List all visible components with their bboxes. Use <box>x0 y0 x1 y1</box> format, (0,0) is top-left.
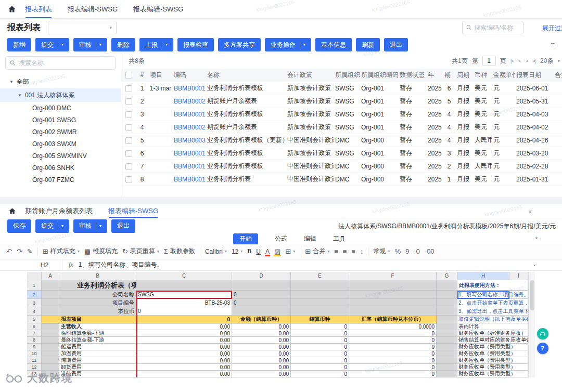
help-cell[interactable]: 表内计算 <box>457 323 528 330</box>
cell-code-link[interactable]: BBMB0001 <box>172 173 206 186</box>
row-checkbox[interactable] <box>125 85 132 92</box>
cell-reference-box[interactable]: H2 <box>27 259 62 270</box>
cell[interactable]: 0 <box>136 316 232 323</box>
column-header-selected[interactable]: H <box>457 272 509 280</box>
vertical-align-icon[interactable]: ↕ <box>360 247 364 255</box>
first-page-icon[interactable]: |< <box>510 58 514 64</box>
percent-style-icon[interactable]: % <box>394 247 401 255</box>
rate-cell[interactable]: 0 <box>349 357 437 364</box>
bold-icon[interactable]: B <box>247 247 251 255</box>
help-cell[interactable]: 财务应收单（费用类型） <box>457 357 528 364</box>
search-input[interactable] <box>474 24 519 31</box>
settle-currency-cell[interactable]: 0 <box>291 350 349 357</box>
audit-button[interactable]: 审核▾ <box>73 219 107 233</box>
table-row[interactable]: 3 BBMB0001 业务利润分析表模板 新加坡会计政策 SWSG Org-00… <box>121 108 562 121</box>
chevron-down-icon[interactable]: ▾ <box>61 224 63 228</box>
number-format-select[interactable]: 常规▾ <box>373 247 390 256</box>
tree-node-org-6[interactable]: Org-007 FZMC <box>0 174 121 186</box>
table-row[interactable]: 5 BBMB0003 业务利润分析表模板（更新） 中国准则会计政策 DMC Or… <box>121 134 562 147</box>
delete-button[interactable]: 删除 <box>111 38 135 51</box>
home-icon[interactable] <box>6 205 18 217</box>
help-cell[interactable]: 2、点击开始菜单下表页重算，等待完 <box>457 299 528 307</box>
refresh-button[interactable]: 刷新 <box>356 38 380 51</box>
table-row[interactable]: 8 BBMB0001 业务利润分析表 中国准则会计政策 DMC Org-000 … <box>121 173 562 186</box>
font-size-select[interactable]: 12▾ <box>232 248 242 255</box>
chevron-down-icon[interactable]: ▾ <box>99 43 101 47</box>
save-button[interactable]: 保存 <box>7 219 31 233</box>
table-row[interactable]: 7 BBMB0001 业务利润分析表模板 中国准则会计政策 DMC Org-00… <box>121 160 562 173</box>
last-page-icon[interactable]: >| <box>532 58 536 64</box>
tree-node-org-1[interactable]: Org-001 SWSG <box>0 114 121 126</box>
exit-button[interactable]: 退出 <box>111 219 135 233</box>
base-currency-value-cell[interactable]: 0 <box>136 307 232 316</box>
cell-code-link[interactable]: BBMB0001 <box>172 160 206 173</box>
amount-cell[interactable]: 0.00 <box>232 323 291 330</box>
undo-icon[interactable]: ↶ <box>6 247 12 255</box>
align-right-icon[interactable]: ≡ <box>351 247 355 255</box>
page-size-select[interactable]: 20条 <box>540 57 553 66</box>
row-checkbox[interactable] <box>125 150 132 157</box>
amount-cell[interactable]: 0.00 <box>232 344 291 350</box>
item-cell[interactable]: 临时结算金额-下游 <box>59 330 136 337</box>
tree-node-org-3[interactable]: Org-003 SWXM <box>0 138 121 150</box>
row-header[interactable]: 12 <box>27 364 42 371</box>
settle-currency-cell[interactable]: 0 <box>291 357 349 364</box>
remove-decimal-icon[interactable]: ·00 <box>425 247 435 255</box>
amount-cell[interactable]: 0.00 <box>232 337 291 344</box>
help-cell[interactable]: 财务应收单（费用类型） <box>457 371 528 377</box>
tree-node-org-4[interactable]: Org-005 SWXMINV <box>0 150 121 162</box>
value-cell[interactable]: 0.00 <box>136 344 232 350</box>
table-row[interactable]: 4 BBMB0002 期货账户月余额表 新加坡会计政策 SWSG Org-001… <box>121 121 562 134</box>
sheet-scrollbar[interactable] <box>529 272 535 377</box>
caret-down-icon[interactable]: ▼ <box>18 93 22 98</box>
row-header[interactable]: 9 <box>27 344 42 350</box>
settle-currency-cell[interactable]: 0 <box>291 337 349 344</box>
help-cell[interactable]: 销售结算单对应的财务应收单金额 <box>457 337 528 344</box>
align-center-icon[interactable]: ≡ <box>343 247 347 255</box>
base-currency-label-cell[interactable]: 本位币 <box>59 307 136 316</box>
amount-cell[interactable]: 0.00 <box>232 357 291 364</box>
row-checkbox[interactable] <box>125 176 132 183</box>
rate-header-cell[interactable]: 汇率（结算币种兑本位币） <box>349 316 437 323</box>
customer-service-button[interactable] <box>537 328 548 339</box>
value-cell[interactable]: 0.00 <box>136 364 232 371</box>
company-value-cell[interactable]: SWSG <box>136 291 232 299</box>
column-header[interactable]: A <box>42 272 59 280</box>
ribbon-tab-tools[interactable]: 工具 <box>333 234 346 243</box>
cell[interactable]: 0 <box>232 299 291 307</box>
merge-cells-button[interactable]: ⊞合并▾ <box>305 247 329 256</box>
multi-share-button[interactable]: 多方案共享 <box>218 38 261 51</box>
collapse-tabs-icon[interactable]: » <box>527 210 534 213</box>
row-header[interactable]: 1 <box>27 280 42 291</box>
align-left-icon[interactable]: ≡ <box>334 247 338 255</box>
column-header[interactable]: E <box>291 272 349 280</box>
amount-cell[interactable]: 0.00 <box>232 371 291 377</box>
settle-currency-cell[interactable]: 0 <box>291 330 349 337</box>
audit-button[interactable]: 审核▾ <box>73 38 107 51</box>
row-header[interactable]: 10 <box>27 350 42 357</box>
fill-color-icon[interactable]: ▨ <box>274 247 280 255</box>
row-header[interactable]: 3 <box>27 299 42 307</box>
tab-report-edit-2[interactable]: 报表编辑-SWSG <box>133 0 183 18</box>
row-header[interactable]: 6 <box>27 323 42 330</box>
cell-code-link[interactable]: BBMB0002 <box>172 121 206 134</box>
help-cell[interactable]: 1、填写公司名称、项目编号。 <box>457 291 528 299</box>
style-fill-button[interactable]: ⊞样式填充▾ <box>43 247 80 256</box>
row-checkbox[interactable] <box>125 163 132 170</box>
biz-operation-button[interactable]: 业务操作▾ <box>265 38 311 51</box>
expand-formula-bar-icon[interactable]: › <box>532 264 538 266</box>
settle-currency-cell[interactable]: 0 <box>291 364 349 371</box>
rate-cell[interactable]: 0 <box>349 364 437 371</box>
value-cell[interactable]: 0.00 <box>136 371 232 377</box>
help-cell[interactable]: 财务应收单（费用类型） <box>457 344 528 350</box>
ribbon-tab-formula[interactable]: 公式 <box>275 234 287 243</box>
cell-code-link[interactable]: BBMB0001 <box>172 82 206 95</box>
rate-cell[interactable]: 0 <box>349 337 437 344</box>
report-up-button[interactable]: 上报▾ <box>139 38 173 51</box>
report-check-button[interactable]: 报表检查 <box>177 38 214 51</box>
tree-node-org-5[interactable]: Org-006 SNHK <box>0 162 121 174</box>
column-header[interactable]: G <box>437 272 457 280</box>
rate-cell[interactable]: 0.0000 <box>349 323 437 330</box>
exit-button[interactable]: 退出 <box>384 38 408 51</box>
select-all-checkbox[interactable] <box>125 72 132 79</box>
